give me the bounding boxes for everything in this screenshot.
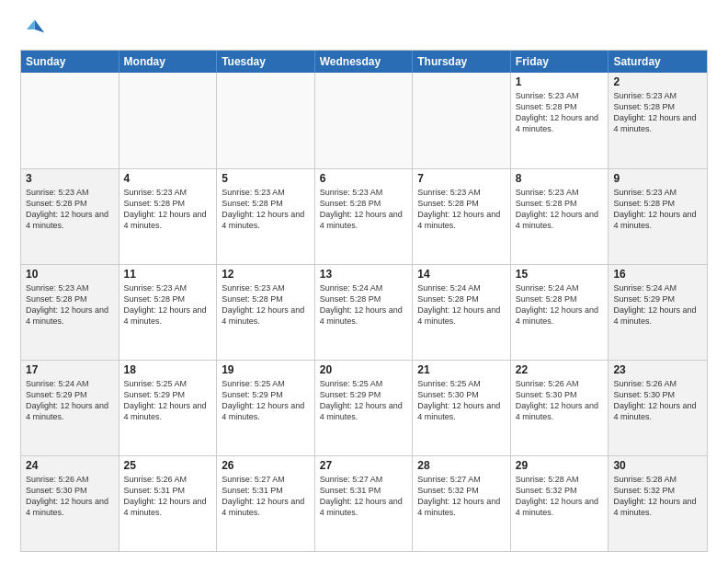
day-number: 6 [320, 172, 408, 185]
cal-cell: 10Sunrise: 5:23 AM Sunset: 5:28 PM Dayli… [21, 265, 119, 360]
header-day-wednesday: Wednesday [315, 51, 414, 73]
cal-cell: 26Sunrise: 5:27 AM Sunset: 5:31 PM Dayli… [217, 456, 315, 551]
cal-cell: 18Sunrise: 5:25 AM Sunset: 5:29 PM Dayli… [119, 361, 218, 455]
cell-info: Sunrise: 5:23 AM Sunset: 5:28 PM Dayligh… [320, 187, 408, 232]
cal-cell [119, 73, 218, 168]
logo [20, 17, 50, 42]
cell-info: Sunrise: 5:24 AM Sunset: 5:28 PM Dayligh… [516, 282, 604, 327]
day-number: 1 [516, 75, 604, 88]
cal-cell: 9Sunrise: 5:23 AM Sunset: 5:28 PM Daylig… [609, 169, 707, 264]
day-number: 16 [613, 268, 702, 281]
cell-info: Sunrise: 5:23 AM Sunset: 5:28 PM Dayligh… [124, 187, 212, 232]
svg-marker-0 [35, 20, 45, 33]
cell-info: Sunrise: 5:24 AM Sunset: 5:29 PM Dayligh… [613, 282, 702, 327]
day-number: 26 [222, 459, 310, 472]
header-day-monday: Monday [119, 51, 218, 73]
calendar-header: SundayMondayTuesdayWednesdayThursdayFrid… [21, 51, 707, 73]
week-row-2: 10Sunrise: 5:23 AM Sunset: 5:28 PM Dayli… [21, 264, 707, 360]
day-number: 29 [516, 459, 604, 472]
header [20, 17, 708, 42]
day-number: 25 [124, 459, 212, 472]
week-row-3: 17Sunrise: 5:24 AM Sunset: 5:29 PM Dayli… [21, 360, 707, 455]
header-day-tuesday: Tuesday [217, 51, 315, 73]
cal-cell [413, 73, 511, 168]
cal-cell: 14Sunrise: 5:24 AM Sunset: 5:28 PM Dayli… [413, 265, 511, 360]
day-number: 27 [320, 459, 408, 472]
day-number: 30 [613, 459, 702, 472]
cell-info: Sunrise: 5:25 AM Sunset: 5:30 PM Dayligh… [417, 378, 506, 423]
cell-info: Sunrise: 5:24 AM Sunset: 5:29 PM Dayligh… [26, 378, 114, 423]
calendar: SundayMondayTuesdayWednesdayThursdayFrid… [20, 50, 708, 552]
cell-info: Sunrise: 5:27 AM Sunset: 5:31 PM Dayligh… [320, 474, 408, 519]
cal-cell: 30Sunrise: 5:28 AM Sunset: 5:32 PM Dayli… [609, 456, 707, 551]
cal-cell: 28Sunrise: 5:27 AM Sunset: 5:32 PM Dayli… [413, 456, 511, 551]
cal-cell: 7Sunrise: 5:23 AM Sunset: 5:28 PM Daylig… [413, 169, 511, 264]
cell-info: Sunrise: 5:27 AM Sunset: 5:31 PM Dayligh… [222, 474, 310, 519]
day-number: 21 [417, 363, 506, 376]
day-number: 20 [320, 363, 408, 376]
cal-cell: 4Sunrise: 5:23 AM Sunset: 5:28 PM Daylig… [119, 169, 218, 264]
day-number: 5 [222, 172, 310, 185]
cal-cell: 20Sunrise: 5:25 AM Sunset: 5:29 PM Dayli… [315, 361, 414, 455]
cell-info: Sunrise: 5:23 AM Sunset: 5:28 PM Dayligh… [26, 187, 114, 232]
header-day-thursday: Thursday [413, 51, 511, 73]
day-number: 12 [222, 268, 310, 281]
cal-cell: 6Sunrise: 5:23 AM Sunset: 5:28 PM Daylig… [315, 169, 414, 264]
cal-cell [315, 73, 414, 168]
logo-icon [20, 17, 46, 42]
day-number: 17 [26, 363, 114, 376]
week-row-4: 24Sunrise: 5:26 AM Sunset: 5:30 PM Dayli… [21, 455, 707, 551]
day-number: 2 [613, 75, 702, 88]
cell-info: Sunrise: 5:23 AM Sunset: 5:28 PM Dayligh… [26, 282, 114, 327]
cal-cell: 24Sunrise: 5:26 AM Sunset: 5:30 PM Dayli… [21, 456, 119, 551]
cell-info: Sunrise: 5:27 AM Sunset: 5:32 PM Dayligh… [417, 474, 506, 519]
page: SundayMondayTuesdayWednesdayThursdayFrid… [0, 0, 728, 563]
cell-info: Sunrise: 5:23 AM Sunset: 5:28 PM Dayligh… [516, 187, 604, 232]
cal-cell: 27Sunrise: 5:27 AM Sunset: 5:31 PM Dayli… [315, 456, 414, 551]
cell-info: Sunrise: 5:23 AM Sunset: 5:28 PM Dayligh… [613, 90, 702, 135]
cell-info: Sunrise: 5:28 AM Sunset: 5:32 PM Dayligh… [613, 474, 702, 519]
day-number: 14 [417, 268, 506, 281]
cell-info: Sunrise: 5:23 AM Sunset: 5:28 PM Dayligh… [222, 187, 310, 232]
cell-info: Sunrise: 5:23 AM Sunset: 5:28 PM Dayligh… [222, 282, 310, 327]
cal-cell: 23Sunrise: 5:26 AM Sunset: 5:30 PM Dayli… [609, 361, 707, 455]
day-number: 8 [516, 172, 604, 185]
cal-cell: 29Sunrise: 5:28 AM Sunset: 5:32 PM Dayli… [511, 456, 609, 551]
header-day-saturday: Saturday [609, 51, 707, 73]
week-row-1: 3Sunrise: 5:23 AM Sunset: 5:28 PM Daylig… [21, 168, 707, 264]
day-number: 4 [124, 172, 212, 185]
day-number: 9 [613, 172, 702, 185]
cell-info: Sunrise: 5:25 AM Sunset: 5:29 PM Dayligh… [320, 378, 408, 423]
cell-info: Sunrise: 5:25 AM Sunset: 5:29 PM Dayligh… [222, 378, 310, 423]
cal-cell: 8Sunrise: 5:23 AM Sunset: 5:28 PM Daylig… [511, 169, 609, 264]
cal-cell [21, 73, 119, 168]
day-number: 28 [417, 459, 506, 472]
cal-cell: 16Sunrise: 5:24 AM Sunset: 5:29 PM Dayli… [609, 265, 707, 360]
day-number: 24 [26, 459, 114, 472]
week-row-0: 1Sunrise: 5:23 AM Sunset: 5:28 PM Daylig… [21, 73, 707, 168]
cell-info: Sunrise: 5:24 AM Sunset: 5:28 PM Dayligh… [320, 282, 408, 327]
cal-cell: 21Sunrise: 5:25 AM Sunset: 5:30 PM Dayli… [413, 361, 511, 455]
cell-info: Sunrise: 5:26 AM Sunset: 5:31 PM Dayligh… [124, 474, 212, 519]
cal-cell: 15Sunrise: 5:24 AM Sunset: 5:28 PM Dayli… [511, 265, 609, 360]
svg-marker-1 [27, 20, 35, 30]
cal-cell: 19Sunrise: 5:25 AM Sunset: 5:29 PM Dayli… [217, 361, 315, 455]
cal-cell: 13Sunrise: 5:24 AM Sunset: 5:28 PM Dayli… [315, 265, 414, 360]
header-day-friday: Friday [511, 51, 609, 73]
day-number: 10 [26, 268, 114, 281]
cal-cell: 25Sunrise: 5:26 AM Sunset: 5:31 PM Dayli… [119, 456, 218, 551]
cal-cell: 3Sunrise: 5:23 AM Sunset: 5:28 PM Daylig… [21, 169, 119, 264]
day-number: 7 [417, 172, 506, 185]
calendar-body: 1Sunrise: 5:23 AM Sunset: 5:28 PM Daylig… [21, 73, 707, 551]
day-number: 18 [124, 363, 212, 376]
day-number: 22 [516, 363, 604, 376]
cal-cell: 11Sunrise: 5:23 AM Sunset: 5:28 PM Dayli… [119, 265, 218, 360]
cal-cell: 22Sunrise: 5:26 AM Sunset: 5:30 PM Dayli… [511, 361, 609, 455]
day-number: 15 [516, 268, 604, 281]
day-number: 13 [320, 268, 408, 281]
cal-cell: 1Sunrise: 5:23 AM Sunset: 5:28 PM Daylig… [511, 73, 609, 168]
cell-info: Sunrise: 5:26 AM Sunset: 5:30 PM Dayligh… [26, 474, 114, 519]
cal-cell: 12Sunrise: 5:23 AM Sunset: 5:28 PM Dayli… [217, 265, 315, 360]
day-number: 11 [124, 268, 212, 281]
cal-cell: 5Sunrise: 5:23 AM Sunset: 5:28 PM Daylig… [217, 169, 315, 264]
